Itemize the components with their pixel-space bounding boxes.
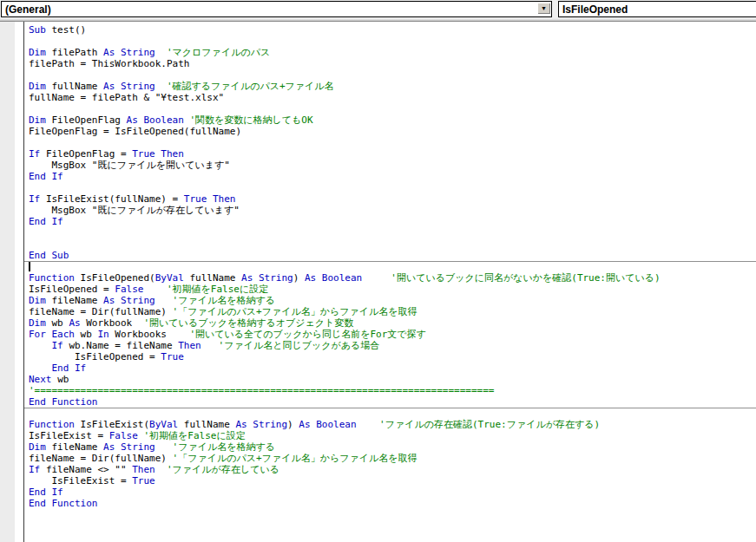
code-line[interactable]: Dim FileOpenFlag As Boolean '関数を変数に格納しても…	[29, 114, 756, 126]
code-text: MsgBox "既にファイルを開いています"	[29, 160, 230, 171]
code-keyword: ByVal	[149, 419, 184, 430]
code-keyword: False	[109, 430, 144, 441]
code-keyword: Then	[132, 464, 155, 475]
code-text: FileOpenFlag	[52, 114, 127, 126]
code-text	[155, 441, 173, 453]
code-text: fullName = filePath & "¥test.xlsx"	[29, 92, 224, 103]
code-line[interactable]: Function IsFileExist(ByVal fullName As S…	[29, 419, 756, 430]
object-dropdown[interactable]: (General) ▼	[1, 1, 552, 17]
code-line[interactable]: End Sub	[29, 250, 756, 261]
code-text: wb	[57, 374, 69, 385]
code-text	[29, 340, 52, 351]
code-line[interactable]: If wb.Name = fileName Then 'ファイル名と同じブックが…	[29, 340, 756, 351]
code-line[interactable]	[29, 227, 756, 238]
code-line[interactable]	[29, 238, 756, 250]
code-line[interactable]: FileOpenFlag = IsFileOpened(fullName)	[29, 126, 756, 137]
code-line[interactable]: Sub test()	[29, 24, 756, 36]
code-line[interactable]: End Function	[29, 396, 756, 408]
code-text: IsFileExist(fullName) =	[46, 193, 184, 205]
code-text: fileName <> ""	[46, 464, 132, 475]
code-keyword: If	[52, 340, 69, 351]
code-keyword: End If	[29, 216, 63, 227]
code-line[interactable]: IsFileExist = False '初期値をFalseに設定	[29, 430, 756, 441]
code-area[interactable]: Sub test()Dim filePath As String 'マクロファイ…	[24, 22, 756, 542]
code-line[interactable]: Next wb	[29, 374, 756, 385]
code-keyword: In	[97, 329, 115, 340]
code-text	[29, 362, 52, 374]
code-line[interactable]	[29, 408, 756, 419]
code-text	[155, 464, 167, 475]
code-line[interactable]: If FileOpenFlag = True Then	[29, 148, 756, 160]
code-keyword: Function	[29, 419, 81, 430]
code-line[interactable]: IsFileOpened = True	[29, 351, 756, 362]
code-line[interactable]: fileName = Dir(fullName) '「ファイルのパス+ファイル名…	[29, 453, 756, 464]
procedure-dropdown[interactable]: IsFileOpened	[558, 1, 756, 17]
code-text: FileOpenFlag =	[46, 148, 132, 160]
code-line[interactable]: End If	[29, 171, 756, 182]
object-dropdown-arrow-button[interactable]: ▼	[537, 3, 550, 14]
code-line[interactable]: Dim fileName As String 'ファイル名を格納する	[29, 295, 756, 306]
code-line[interactable]	[29, 261, 756, 272]
code-line[interactable]: IsFileExist = True	[29, 475, 756, 486]
code-line[interactable]: MsgBox "既にファイルが存在しています"	[29, 205, 756, 216]
code-line[interactable]: End Function	[29, 498, 756, 509]
code-keyword: As Boolean	[299, 419, 356, 430]
code-line[interactable]: Dim fullName As String '確認するファイルのパス+ファイル…	[29, 81, 756, 92]
code-text: IsFileExist =	[29, 475, 132, 486]
code-keyword: If	[29, 464, 46, 475]
code-keyword: False	[115, 284, 143, 295]
margin-indicator-bar[interactable]	[0, 22, 15, 542]
code-line[interactable]	[29, 103, 756, 114]
code-line[interactable]: If fileName <> "" Then 'ファイルが存在している	[29, 464, 756, 475]
code-line[interactable]	[29, 69, 756, 81]
code-line[interactable]	[29, 182, 756, 193]
code-text: IsFileOpened =	[29, 284, 115, 295]
code-keyword: As Boolean	[305, 272, 362, 284]
code-comment: '確認するファイルのパス+ファイル名	[167, 81, 334, 92]
code-comment: 'ファイル名を格納する	[173, 441, 275, 453]
code-text: fileName = Dir(fullName)	[29, 306, 173, 317]
code-text: IsFileOpened =	[29, 351, 161, 362]
code-text: fullName	[52, 81, 104, 92]
code-line[interactable]: Dim wb As Workbook '開いているブックを格納するオブジェクト変…	[29, 317, 756, 329]
code-keyword: ByVal	[155, 272, 190, 284]
code-line[interactable]: fileName = Dir(fullName) '「ファイルのパス+ファイル名…	[29, 306, 756, 317]
code-keyword: Dim	[29, 317, 52, 329]
code-line[interactable]: End If	[29, 486, 756, 498]
code-line[interactable]: MsgBox "既にファイルを開いています"	[29, 160, 756, 171]
code-keyword: As Boolean	[127, 114, 184, 126]
code-text: wb	[52, 317, 69, 329]
code-keyword: Dim	[29, 295, 52, 306]
code-line[interactable]: filePath = ThisWorkbook.Path	[29, 58, 756, 69]
code-keyword: If	[29, 193, 46, 205]
code-line[interactable]	[29, 137, 756, 148]
code-line[interactable]: Function IsFileOpened(ByVal fullName As …	[29, 272, 756, 284]
code-comment: 'マクロファイルのパス	[167, 47, 270, 58]
code-keyword: Sub	[29, 24, 52, 36]
code-line[interactable]: '=======================================…	[29, 385, 756, 396]
code-text: wb.Name = fileName	[69, 340, 178, 351]
code-text	[155, 81, 167, 92]
code-line[interactable]: For Each wb In Workbooks '開いている全てのブックから同…	[29, 329, 756, 340]
code-text: )	[287, 419, 299, 430]
code-text: fullName	[189, 272, 241, 284]
code-line[interactable]: If IsFileExist(fullName) = True Then	[29, 193, 756, 205]
code-line[interactable]: Dim fileName As String 'ファイル名を格納する	[29, 441, 756, 453]
code-text	[143, 284, 167, 295]
code-keyword: True Then	[184, 193, 236, 205]
code-line[interactable]: Dim filePath As String 'マクロファイルのパス	[29, 47, 756, 58]
code-text: Workbook	[86, 317, 143, 329]
code-line[interactable]: End If	[29, 216, 756, 227]
code-keyword: True	[161, 351, 184, 362]
code-line[interactable]	[29, 36, 756, 47]
procedure-dropdown-value: IsFileOpened	[559, 3, 628, 16]
code-text: wb	[81, 329, 98, 340]
code-line[interactable]: IsFileOpened = False '初期値をFalseに設定	[29, 284, 756, 295]
code-keyword: True	[132, 475, 155, 486]
code-comment: '開いているブックに同名がないかを確認(True:開いている)	[391, 272, 660, 284]
code-comment: 'ファイルが存在している	[167, 464, 279, 475]
code-line[interactable]: fullName = filePath & "¥test.xlsx"	[29, 92, 756, 103]
code-line[interactable]: End If	[29, 362, 756, 374]
code-keyword: As String	[235, 419, 287, 430]
code-comment: 'ファイル名と同じブックがある場合	[219, 340, 380, 351]
